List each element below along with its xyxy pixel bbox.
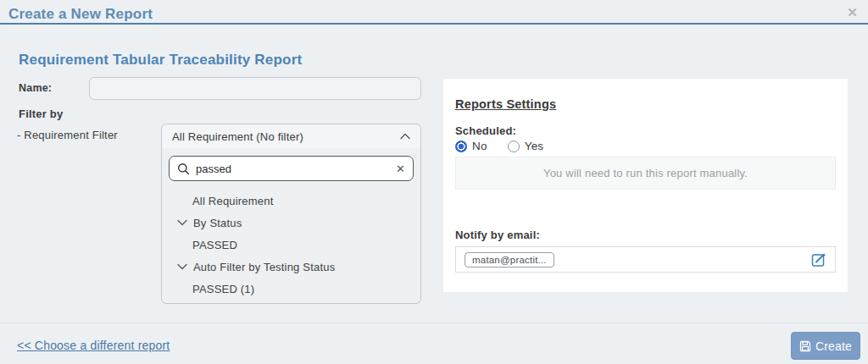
- filter-option-passed[interactable]: PASSED: [169, 234, 414, 256]
- create-button[interactable]: Create: [791, 332, 860, 360]
- chevron-down-icon: [177, 263, 187, 270]
- filter-option-list: All Requirement By Status PASSED Auto Fi…: [169, 190, 414, 300]
- filter-group-auto-filter[interactable]: Auto Filter by Testing Status: [169, 256, 414, 278]
- requirement-filter-select[interactable]: All Requirement (No filter): [161, 124, 421, 149]
- email-chip[interactable]: matan@practit...: [465, 252, 554, 267]
- create-button-label: Create: [815, 339, 852, 353]
- search-icon: [177, 163, 190, 175]
- clear-search-icon[interactable]: ✕: [396, 163, 405, 174]
- filter-dropdown-panel: ✕ All Requirement By Status PASSED Auto …: [161, 148, 421, 304]
- close-icon[interactable]: ✕: [847, 5, 858, 20]
- notify-by-email-label: Notify by email:: [455, 229, 836, 241]
- requirement-filter-label: - Requirement Filter: [17, 129, 118, 141]
- radio-no[interactable]: [455, 141, 467, 152]
- radio-yes-label: Yes: [525, 140, 544, 152]
- scheduled-radio-group: No Yes: [455, 140, 836, 152]
- radio-no-label: No: [472, 140, 487, 152]
- filter-group-by-status[interactable]: By Status: [169, 212, 414, 234]
- name-label: Name:: [19, 82, 52, 94]
- manual-run-note: You will need to run this report manuall…: [455, 157, 836, 190]
- report-type-title: Requirement Tabular Traceability Report: [19, 52, 302, 69]
- save-icon: [799, 340, 811, 352]
- notify-email-box[interactable]: matan@practit...: [455, 246, 836, 273]
- reports-settings-panel: Reports Settings Scheduled: No Yes You w…: [443, 79, 848, 292]
- scheduled-label: Scheduled:: [455, 124, 836, 137]
- modal-title: Create a New Report: [8, 6, 153, 22]
- filter-search-box: ✕: [169, 156, 414, 181]
- radio-yes[interactable]: [508, 141, 520, 152]
- selected-filter-value: All Requirement (No filter): [172, 130, 400, 143]
- modal-footer: << Choose a different report Create: [0, 323, 868, 364]
- filter-search-input[interactable]: [196, 163, 390, 175]
- filter-option-all-requirement[interactable]: All Requirement: [169, 190, 414, 212]
- report-name-input[interactable]: [89, 77, 421, 100]
- filter-option-passed-1[interactable]: PASSED (1): [169, 278, 414, 300]
- choose-different-report-link[interactable]: << Choose a different report: [17, 339, 170, 352]
- settings-heading: Reports Settings: [455, 97, 556, 111]
- edit-email-icon[interactable]: [811, 252, 826, 267]
- chevron-down-icon: [177, 219, 187, 226]
- modal-header: Create a New Report ✕: [0, 0, 868, 25]
- filter-by-label: Filter by: [19, 108, 63, 120]
- chevron-up-icon: [400, 133, 410, 140]
